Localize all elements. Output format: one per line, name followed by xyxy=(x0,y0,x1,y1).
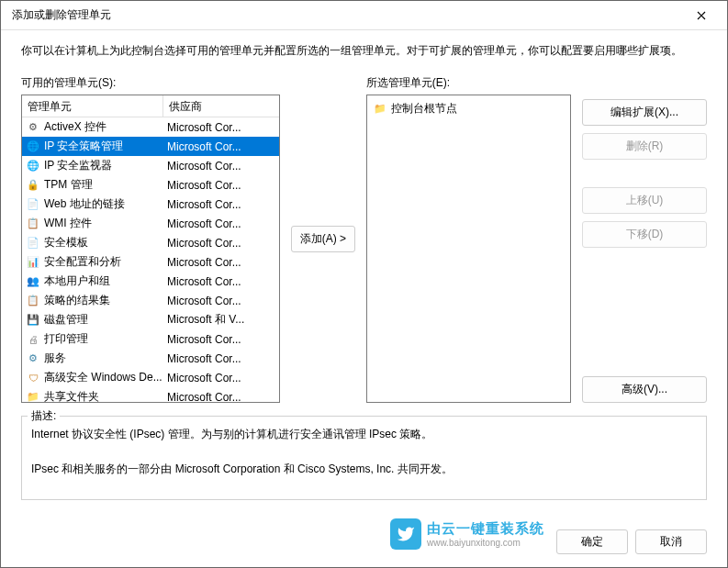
snapin-name: Web 地址的链接 xyxy=(44,196,125,212)
snapin-icon: 📋 xyxy=(26,294,40,308)
snapin-icon: ⚙ xyxy=(26,351,40,366)
snapin-name-cell: ⚙服务 xyxy=(22,349,163,368)
middle-column: 添加(A) > xyxy=(291,75,355,403)
move-down-button: 下移(D) xyxy=(582,221,707,248)
snapin-icon: 🔒 xyxy=(26,178,40,193)
cancel-button[interactable]: 取消 xyxy=(635,529,707,554)
snapin-name: ActiveX 控件 xyxy=(44,119,106,135)
right-button-column: 编辑扩展(X)... 删除(R) 上移(U) 下移(D) 高级(V)... xyxy=(582,75,707,403)
list-row[interactable]: 🌐IP 安全策略管理Microsoft Cor... xyxy=(22,137,279,156)
snapin-name: WMI 控件 xyxy=(44,216,92,231)
snapin-name-cell: 📋WMI 控件 xyxy=(22,214,163,233)
snapin-name: 打印管理 xyxy=(44,331,88,347)
snapin-name-cell: 👥本地用户和组 xyxy=(22,272,163,291)
snapin-name: 共享文件夹 xyxy=(44,389,99,403)
list-row[interactable]: 💾磁盘管理Microsoft 和 V... xyxy=(22,310,279,329)
snapin-name-cell: 📁共享文件夹 xyxy=(22,387,163,403)
snapin-icon: 📁 xyxy=(26,390,40,404)
list-row[interactable]: 📄Web 地址的链接Microsoft Cor... xyxy=(22,195,279,214)
snapin-name-cell: 📄安全模板 xyxy=(22,233,163,252)
snapin-name: 本地用户和组 xyxy=(44,273,110,289)
available-label: 可用的管理单元(S): xyxy=(21,75,280,91)
snapin-icon: ⚙ xyxy=(26,120,40,135)
snapin-name: IP 安全监视器 xyxy=(44,158,112,173)
snapin-name: 安全配置和分析 xyxy=(44,254,121,270)
folder-icon: 📁 xyxy=(373,102,387,117)
titlebar: 添加或删除管理单元 xyxy=(1,1,727,30)
edit-extensions-button[interactable]: 编辑扩展(X)... xyxy=(582,99,707,126)
advanced-button[interactable]: 高级(V)... xyxy=(582,376,707,403)
list-row[interactable]: 🌐IP 安全监视器Microsoft Cor... xyxy=(22,156,279,175)
main-row: 可用的管理单元(S): 管理单元 供应商 ⚙ActiveX 控件Microsof… xyxy=(21,75,707,403)
list-row[interactable]: 🖨打印管理Microsoft Cor... xyxy=(22,329,279,349)
snapin-name-cell: 📋策略的结果集 xyxy=(22,291,163,310)
description-text: Internet 协议安全性 (IPsec) 管理。为与别的计算机进行安全通讯管… xyxy=(31,426,697,477)
desc-line-1: Internet 协议安全性 (IPsec) 管理。为与别的计算机进行安全通讯管… xyxy=(31,426,697,442)
available-list-body[interactable]: ⚙ActiveX 控件Microsoft Cor...🌐IP 安全策略管理Mic… xyxy=(22,117,279,403)
list-row[interactable]: 🔒TPM 管理Microsoft Cor... xyxy=(22,175,279,195)
snapin-name: 磁盘管理 xyxy=(44,312,88,328)
snapin-icon: 🌐 xyxy=(26,159,40,173)
vendor-cell: Microsoft Cor... xyxy=(163,139,279,155)
close-icon xyxy=(697,11,706,20)
vendor-cell: Microsoft Cor... xyxy=(163,216,279,232)
snapin-name: 策略的结果集 xyxy=(44,293,110,308)
snapin-name: 高级安全 Windows De... xyxy=(44,370,162,385)
window-title: 添加或删除管理单元 xyxy=(12,7,683,23)
tree-item[interactable]: 📁控制台根节点 xyxy=(371,99,566,118)
list-row[interactable]: 📋策略的结果集Microsoft Cor... xyxy=(22,291,279,310)
snapin-name-cell: 📊安全配置和分析 xyxy=(22,252,163,272)
vendor-cell: Microsoft Cor... xyxy=(163,254,279,271)
snapin-name-cell: 💾磁盘管理 xyxy=(22,310,163,329)
selected-label: 所选管理单元(E): xyxy=(366,75,571,91)
description-label: 描述: xyxy=(28,408,60,424)
snapin-name: IP 安全策略管理 xyxy=(44,139,123,154)
snapin-icon: 🛡 xyxy=(26,371,40,385)
list-row[interactable]: 📁共享文件夹Microsoft Cor... xyxy=(22,387,279,403)
list-row[interactable]: 📋WMI 控件Microsoft Cor... xyxy=(22,214,279,233)
snapin-name-cell: 🖨打印管理 xyxy=(22,329,163,349)
available-listbox[interactable]: 管理单元 供应商 ⚙ActiveX 控件Microsoft Cor...🌐IP … xyxy=(21,95,280,403)
snapin-name-cell: 🔒TPM 管理 xyxy=(22,175,163,195)
vendor-cell: Microsoft Cor... xyxy=(163,351,279,367)
snapin-icon: 📄 xyxy=(26,197,40,212)
list-row[interactable]: 📊安全配置和分析Microsoft Cor... xyxy=(22,252,279,272)
vendor-cell: Microsoft 和 V... xyxy=(163,310,279,329)
dialog-description: 你可以在计算机上为此控制台选择可用的管理单元并配置所选的一组管理单元。对于可扩展… xyxy=(21,43,707,59)
vendor-cell: Microsoft Cor... xyxy=(163,273,279,290)
list-row[interactable]: 📄安全模板Microsoft Cor... xyxy=(22,233,279,252)
vendor-cell: Microsoft Cor... xyxy=(163,370,279,386)
available-column: 可用的管理单元(S): 管理单元 供应商 ⚙ActiveX 控件Microsof… xyxy=(21,75,280,403)
snapin-icon: 💾 xyxy=(26,313,40,328)
snapin-icon: 📋 xyxy=(26,217,40,231)
selected-column: 所选管理单元(E): 📁控制台根节点 xyxy=(366,75,571,403)
header-snapin[interactable]: 管理单元 xyxy=(22,95,163,117)
snapin-icon: 📊 xyxy=(26,255,40,270)
snapin-name-cell: 🌐IP 安全策略管理 xyxy=(22,137,163,156)
list-row[interactable]: 👥本地用户和组Microsoft Cor... xyxy=(22,272,279,291)
list-row[interactable]: 🛡高级安全 Windows De...Microsoft Cor... xyxy=(22,368,279,387)
list-row[interactable]: ⚙服务Microsoft Cor... xyxy=(22,349,279,368)
vendor-cell: Microsoft Cor... xyxy=(163,331,279,348)
snapin-name-cell: ⚙ActiveX 控件 xyxy=(22,117,163,137)
close-button[interactable] xyxy=(683,3,720,28)
move-up-button: 上移(U) xyxy=(582,187,707,214)
vendor-cell: Microsoft Cor... xyxy=(163,293,279,309)
vendor-cell: Microsoft Cor... xyxy=(163,158,279,174)
header-vendor[interactable]: 供应商 xyxy=(163,95,279,117)
snapin-name: 服务 xyxy=(44,351,66,366)
vendor-cell: Microsoft Cor... xyxy=(163,389,279,404)
ok-button[interactable]: 确定 xyxy=(556,529,628,554)
vendor-cell: Microsoft Cor... xyxy=(163,177,279,194)
vendor-cell: Microsoft Cor... xyxy=(163,119,279,136)
snapin-icon: 📄 xyxy=(26,236,40,251)
list-header: 管理单元 供应商 xyxy=(22,95,279,117)
selected-listbox[interactable]: 📁控制台根节点 xyxy=(366,95,571,403)
footer: 确定 取消 xyxy=(1,520,727,567)
list-row[interactable]: ⚙ActiveX 控件Microsoft Cor... xyxy=(22,117,279,137)
snapin-icon: 🖨 xyxy=(26,332,40,347)
add-button[interactable]: 添加(A) > xyxy=(291,226,355,252)
dialog-window: 添加或删除管理单元 你可以在计算机上为此控制台选择可用的管理单元并配置所选的一组… xyxy=(0,0,728,568)
snapin-name: TPM 管理 xyxy=(44,177,93,193)
snapin-name-cell: 🌐IP 安全监视器 xyxy=(22,156,163,175)
